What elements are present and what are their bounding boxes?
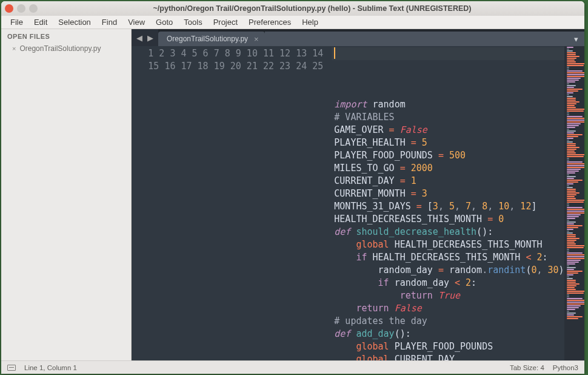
close-icon[interactable] xyxy=(5,4,13,13)
menu-preferences[interactable]: Preferences xyxy=(243,16,296,28)
code-line[interactable]: return False xyxy=(334,302,564,315)
window-title: ~/python/Oregon Trail/OregonTrailSolutio… xyxy=(44,4,581,13)
code-line[interactable]: random_day = random.randint(0, 30) xyxy=(334,264,564,277)
body-area: OPEN FILES × OregonTrailSolutionpy.py ◀ … xyxy=(1,29,584,360)
status-syntax[interactable]: Python3 xyxy=(553,364,578,371)
code-line[interactable]: PLAYER_FOOD_POUNDS = 500 xyxy=(334,149,564,162)
menu-tools[interactable]: Tools xyxy=(178,16,207,28)
sidebar: OPEN FILES × OregonTrailSolutionpy.py xyxy=(1,29,132,360)
code-line[interactable]: PLAYER_HEALTH = 5 xyxy=(334,137,564,149)
tabbar: ◀ ▶ OregonTrailSolutionpy.py × ▾ xyxy=(132,29,584,46)
status-tabsize[interactable]: Tab Size: 4 xyxy=(510,364,544,371)
status-panel-icon[interactable] xyxy=(7,365,16,371)
code-line[interactable]: global PLAYER_FOOD_POUNDS xyxy=(334,340,564,353)
code-line[interactable]: CURRENT_MONTH = 3 xyxy=(334,187,564,200)
code-line[interactable]: MILES_TO_GO = 2000 xyxy=(334,162,564,175)
app-window: ~/python/Oregon Trail/OregonTrailSolutio… xyxy=(1,1,584,374)
code-line[interactable]: MONTHS_31_DAYS = [3, 5, 7, 8, 10, 12] xyxy=(334,200,564,213)
tabbar-dropdown-icon[interactable]: ▾ xyxy=(574,35,578,44)
code-line[interactable]: HEALTH_DECREASES_THIS_MONTH = 0 xyxy=(334,213,564,226)
sidebar-open-file[interactable]: × OregonTrailSolutionpy.py xyxy=(1,42,131,55)
code-line[interactable]: def should_decrease_health(): xyxy=(334,226,564,238)
status-position[interactable]: Line 1, Column 1 xyxy=(24,364,77,371)
code-line[interactable]: return True xyxy=(334,289,564,302)
menu-view[interactable]: View xyxy=(122,16,150,28)
minimap[interactable] xyxy=(564,46,584,360)
tab-history-forward-icon[interactable]: ▶ xyxy=(147,33,153,42)
code-area[interactable]: import random# VARIABLESGAME_OVER = Fals… xyxy=(332,46,564,360)
code-line[interactable]: import random xyxy=(334,98,564,111)
menu-project[interactable]: Project xyxy=(208,16,243,28)
tab-history-arrows: ◀ ▶ xyxy=(132,29,158,46)
code-line[interactable]: GAME_OVER = False xyxy=(334,124,564,137)
text-cursor xyxy=(334,47,335,59)
code-line[interactable]: CURRENT_DAY = 1 xyxy=(334,175,564,187)
code-line[interactable]: # updates the day xyxy=(334,315,564,328)
titlebar[interactable]: ~/python/Oregon Trail/OregonTrailSolutio… xyxy=(1,1,584,16)
menu-selection[interactable]: Selection xyxy=(53,16,96,28)
menu-file[interactable]: File xyxy=(5,16,28,28)
code-line[interactable]: def add_day(): xyxy=(334,328,564,340)
tab-close-icon[interactable]: × xyxy=(254,35,259,44)
code-line[interactable]: global CURRENT_DAY xyxy=(334,353,564,360)
menu-help[interactable]: Help xyxy=(296,16,324,28)
menu-edit[interactable]: Edit xyxy=(28,16,53,28)
minimize-icon[interactable] xyxy=(17,4,25,13)
editor-body[interactable]: 1 2 3 4 5 6 7 8 9 10 11 12 13 14 15 16 1… xyxy=(132,46,584,360)
maximize-icon[interactable] xyxy=(29,4,38,13)
file-close-icon[interactable]: × xyxy=(12,45,16,52)
tab-label: OregonTrailSolutionpy.py xyxy=(167,35,248,43)
window-controls xyxy=(5,4,38,13)
menu-goto[interactable]: Goto xyxy=(150,16,178,28)
gutter[interactable]: 1 2 3 4 5 6 7 8 9 10 11 12 13 14 15 16 1… xyxy=(132,46,332,360)
tab-active[interactable]: OregonTrailSolutionpy.py × xyxy=(158,32,265,46)
statusbar: Line 1, Column 1 Tab Size: 4 Python3 xyxy=(1,360,584,374)
menubar: File Edit Selection Find View Goto Tools… xyxy=(1,16,584,29)
menu-find[interactable]: Find xyxy=(96,16,122,28)
code-line[interactable]: # VARIABLES xyxy=(334,111,564,124)
tabbar-overflow: ▾ xyxy=(265,32,584,46)
code-line[interactable]: if random_day < 2: xyxy=(334,277,564,289)
sidebar-header: OPEN FILES xyxy=(1,29,131,42)
open-file-label: OregonTrailSolutionpy.py xyxy=(19,44,101,53)
code-line[interactable]: global HEALTH_DECREASES_THIS_MONTH xyxy=(334,238,564,251)
editor-panel: ◀ ▶ OregonTrailSolutionpy.py × ▾ 1 2 3 4… xyxy=(132,29,584,360)
code-line[interactable]: if HEALTH_DECREASES_THIS_MONTH < 2: xyxy=(334,251,564,264)
active-line-highlight xyxy=(332,47,564,60)
tab-history-back-icon[interactable]: ◀ xyxy=(136,33,142,42)
